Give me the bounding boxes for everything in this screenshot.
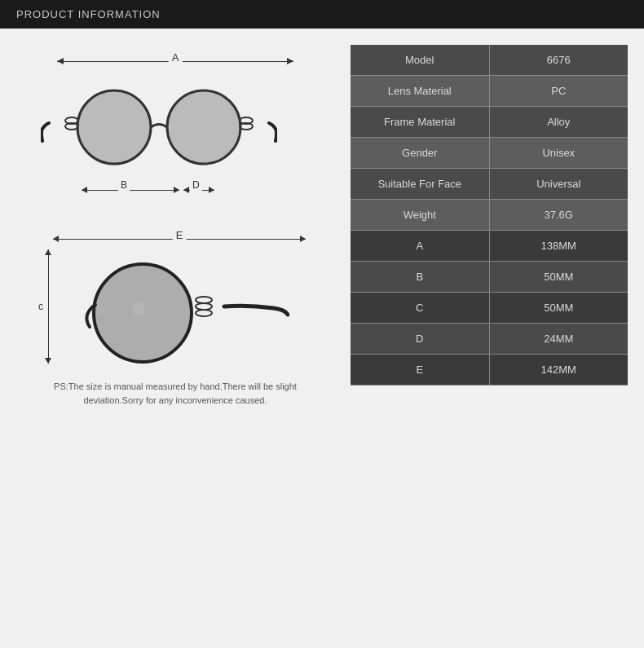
diagram-top: A	[37, 53, 314, 206]
spec-label: E	[351, 355, 490, 385]
glasses-front-view	[37, 72, 281, 178]
b-arrow-right	[174, 187, 179, 193]
dimension-e-row: E	[53, 231, 306, 245]
spec-label: Lens Material	[351, 76, 490, 106]
svg-point-3	[167, 90, 240, 164]
bottom-glasses-area: c	[37, 249, 314, 364]
b-arrow-left	[82, 187, 87, 193]
specs-table: Model6676Lens MaterialPCFrame MaterialAl…	[351, 45, 628, 386]
spec-value: Unisex	[490, 138, 629, 168]
svg-point-10	[132, 302, 145, 315]
a-arrow-right	[287, 58, 293, 64]
spec-row: E142MM	[351, 355, 628, 386]
dimension-c-area: c	[37, 249, 61, 364]
spec-label: D	[351, 324, 490, 354]
spec-label: Suitable For Face	[351, 169, 490, 199]
left-panel: A	[16, 45, 334, 628]
diagram-bottom: E c	[37, 231, 314, 364]
spec-row: Lens MaterialPC	[351, 76, 628, 107]
e-arrow-right	[300, 236, 306, 242]
header-title: PRODUCT INFORMATION	[16, 8, 161, 20]
c-arrow-bottom	[45, 358, 51, 364]
spec-value: 50MM	[490, 293, 629, 323]
spec-value: 24MM	[490, 324, 629, 354]
spec-row: Frame MaterialAlloy	[351, 107, 628, 138]
spec-label: Model	[351, 45, 490, 75]
right-panel: Model6676Lens MaterialPCFrame MaterialAl…	[351, 45, 628, 628]
spec-value: 6676	[490, 45, 629, 75]
d-arrow-left	[183, 187, 189, 193]
svg-point-7	[196, 303, 212, 310]
spec-value: Universal	[490, 169, 629, 199]
spec-value: 50MM	[490, 262, 629, 292]
glasses-side-svg	[61, 249, 289, 364]
note-text: PS:The size is manual measured by hand.T…	[53, 380, 298, 407]
spec-value: 138MM	[490, 231, 629, 261]
glasses-side-view	[61, 249, 289, 364]
d-arrow-right	[209, 187, 214, 193]
b-line	[82, 190, 179, 191]
spec-label: Frame Material	[351, 107, 490, 137]
spec-label: B	[351, 262, 490, 292]
spec-value: 37.6G	[490, 200, 629, 230]
spec-value: PC	[490, 76, 629, 106]
c-arrow-top	[45, 249, 51, 255]
spec-label: A	[351, 231, 490, 261]
spec-value: Alloy	[490, 107, 629, 137]
label-a: A	[169, 51, 183, 64]
spec-row: D24MM	[351, 324, 628, 355]
c-line	[48, 249, 49, 364]
spec-label: C	[351, 293, 490, 323]
svg-point-6	[196, 297, 212, 303]
spec-row: Weight37.6G	[351, 200, 628, 231]
label-c: c	[37, 301, 45, 312]
spec-row: GenderUnisex	[351, 138, 628, 169]
svg-point-2	[77, 90, 151, 164]
spec-label: Gender	[351, 138, 490, 168]
label-b: B	[118, 179, 130, 191]
label-d: D	[190, 179, 202, 191]
spec-row: B50MM	[351, 262, 628, 293]
dimension-a-row: A	[57, 53, 293, 68]
spec-row: A138MM	[351, 231, 628, 262]
svg-point-8	[196, 310, 212, 316]
glasses-front-svg	[41, 76, 277, 174]
spec-row: Suitable For FaceUniversal	[351, 169, 628, 200]
page-header: PRODUCT INFORMATION	[0, 0, 644, 29]
main-content: A	[0, 29, 644, 644]
spec-row: C50MM	[351, 293, 628, 324]
a-arrow-left	[57, 58, 64, 64]
spec-value: 142MM	[490, 355, 629, 385]
spec-row: Model6676	[351, 45, 628, 76]
e-arrow-left	[53, 236, 59, 242]
spec-label: Weight	[351, 200, 490, 230]
label-e: E	[173, 229, 187, 241]
dimension-bd-row: B D	[57, 182, 293, 206]
